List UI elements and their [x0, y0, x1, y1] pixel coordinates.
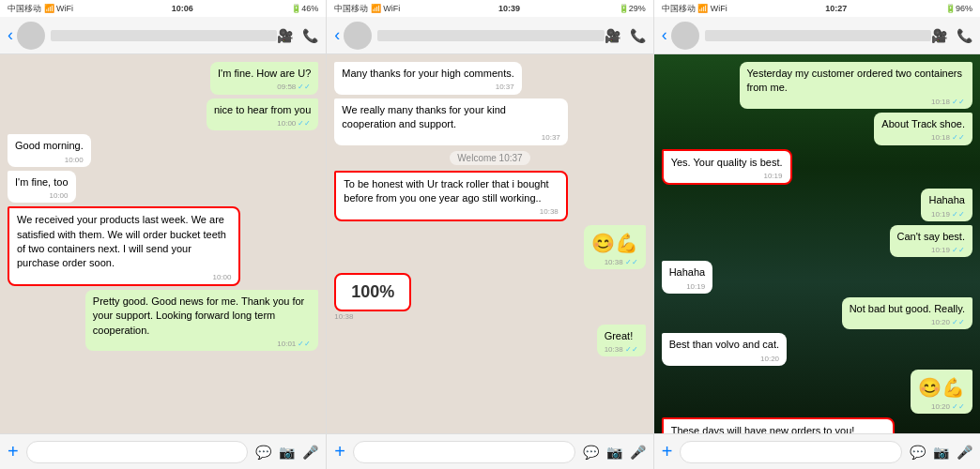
mic-icon[interactable]: 🎤	[302, 445, 318, 460]
read-receipt: ✓✓	[952, 317, 965, 327]
back-button[interactable]: ‹	[334, 25, 340, 45]
phone-panel-2: 中国移动 📶 WiFi 10:39 🔋29% ‹ 🎥 📞 Many thanks…	[327, 0, 653, 469]
message-row: Pretty good. Good news for me. Thank you…	[8, 290, 318, 351]
contact-avatar	[17, 22, 45, 50]
read-receipt: ✓✓	[952, 245, 965, 255]
plus-button[interactable]: +	[8, 441, 19, 462]
video-call-icon[interactable]: 🎥	[931, 28, 947, 43]
chat-header: ‹ 🎥 📞	[0, 17, 326, 54]
camera-icon[interactable]: 📷	[606, 445, 622, 460]
message-time: 10:19✓✓	[897, 245, 965, 255]
message-row: Great!10:38✓✓	[334, 325, 645, 357]
message-bubble: Pretty good. Good news for me. Thank you…	[85, 290, 318, 351]
chat-area: I'm fine. How are U?09:58✓✓nice to hear …	[0, 54, 326, 433]
message-row: Many thanks for your high comments.10:37	[334, 62, 645, 95]
phone-panel-3: 中国移动 📶 WiFi 10:27 🔋96% ‹ 🎥 📞 Yesterday m…	[654, 0, 980, 469]
back-button[interactable]: ‹	[8, 25, 13, 45]
message-row: We received your products last week. We …	[8, 206, 318, 286]
message-text: We really many thanks for your kind coop…	[342, 104, 506, 129]
message-text: These days will have new orders to you! …	[671, 425, 855, 433]
message-bubble: Not bad but good. Really.10:20✓✓	[842, 297, 972, 330]
message-row: Hahaha10:19✓✓	[662, 189, 972, 221]
time-value: 10:37	[542, 132, 560, 143]
message-text: I'm fine, too	[15, 176, 69, 188]
sticker-icon[interactable]: 💬	[255, 445, 271, 460]
message-time: 10:00	[17, 272, 231, 282]
back-button[interactable]: ‹	[662, 25, 667, 45]
message-text: Good morning.	[15, 140, 84, 151]
mic-icon[interactable]: 🎤	[957, 445, 972, 460]
mic-icon[interactable]: 🎤	[630, 445, 646, 460]
message-input[interactable]	[680, 441, 902, 463]
voice-call-icon[interactable]: 📞	[302, 28, 318, 43]
message-row: About Track shoe.10:18✓✓	[662, 113, 972, 145]
message-row: Can't say best.10:19✓✓	[662, 225, 972, 258]
video-call-icon[interactable]: 🎥	[605, 28, 620, 43]
voice-call-icon[interactable]: 📞	[630, 28, 646, 43]
time-value: 10:19	[686, 281, 705, 292]
phone-panel-1: 中国移动 📶 WiFi 10:06 🔋46% ‹ 🎥 📞 I'm fine. H…	[0, 0, 327, 469]
message-bubble: Hahaha10:19	[662, 261, 713, 294]
header-icons: 🎥 📞	[277, 28, 318, 43]
message-time: 10:00✓✓	[214, 118, 311, 129]
message-bubble: nice to hear from you10:00✓✓	[207, 98, 318, 131]
read-receipt: ✓✓	[952, 97, 965, 107]
message-row: 100%10:38	[334, 273, 645, 321]
message-bubble: To be honest with Ur track roller that i…	[334, 171, 567, 221]
plus-button[interactable]: +	[662, 441, 673, 462]
video-call-icon[interactable]: 🎥	[277, 28, 293, 43]
message-time: 10:38	[344, 206, 558, 217]
message-time: 10:37	[342, 82, 513, 92]
chat-area: Yesterday my customer ordered two contai…	[654, 54, 980, 433]
sticker-icon[interactable]: 💬	[583, 445, 599, 460]
contact-name	[705, 30, 931, 41]
battery-status: 🔋29%	[619, 4, 646, 13]
message-time: 10:01✓✓	[93, 339, 311, 349]
message-text: Yes. Your quality is best.	[671, 157, 783, 168]
message-text: Not bad but good. Really.	[850, 303, 965, 314]
message-bubble: We really many thanks for your kind coop…	[334, 98, 567, 145]
sticker-icon[interactable]: 💬	[910, 445, 926, 460]
status-time: 10:39	[498, 4, 520, 13]
camera-icon[interactable]: 📷	[933, 445, 949, 460]
message-row: I'm fine, too10:00	[8, 171, 318, 204]
carrier-signal: 中国移动 📶 WiFi	[334, 3, 400, 15]
message-row: To be honest with Ur track roller that i…	[334, 171, 645, 221]
message-text: About Track shoe.	[881, 118, 965, 129]
read-receipt: ✓✓	[952, 209, 965, 219]
read-receipt: ✓✓	[952, 401, 965, 412]
message-time: 10:18✓✓	[747, 97, 965, 107]
time-value: 10:19	[931, 209, 950, 219]
status-time: 10:27	[825, 4, 847, 13]
plus-button[interactable]: +	[334, 441, 345, 462]
message-text: Yesterday my customer ordered two contai…	[747, 68, 962, 93]
message-row: Hahaha10:19	[662, 261, 972, 294]
message-input[interactable]	[353, 441, 575, 463]
message-row: We really many thanks for your kind coop…	[334, 98, 645, 145]
time-value: 10:37	[496, 82, 514, 92]
message-time: 10:19	[669, 281, 706, 292]
message-text: Can't say best.	[897, 231, 965, 242]
contact-avatar	[671, 22, 699, 50]
read-receipt: ✓✓	[298, 339, 311, 349]
message-bubble: Many thanks for your high comments.10:37	[334, 62, 521, 95]
message-time: 10:18✓✓	[881, 132, 965, 143]
contact-avatar	[344, 22, 372, 50]
camera-icon[interactable]: 📷	[279, 445, 295, 460]
message-time: 10:00	[15, 155, 84, 165]
message-row: Good morning.10:00	[8, 134, 318, 167]
status-bar: 中国移动 📶 WiFi 10:06 🔋46%	[0, 0, 326, 17]
percentage-bubble: 100%	[334, 273, 411, 311]
message-row: 😊💪10:20✓✓	[662, 370, 972, 414]
message-input[interactable]	[26, 441, 249, 463]
message-text: nice to hear from you	[214, 104, 311, 115]
system-message: Welcome 10:37	[450, 151, 529, 165]
message-row: 😊💪10:38✓✓	[334, 225, 645, 269]
voice-call-icon[interactable]: 📞	[957, 28, 972, 43]
message-bubble: Great!10:38✓✓	[597, 325, 646, 357]
read-receipt: ✓✓	[625, 257, 638, 267]
time-value: 10:20	[931, 401, 950, 412]
message-bubble: About Track shoe.10:18✓✓	[874, 113, 972, 145]
time-value: 10:38	[605, 257, 623, 267]
message-bubble: We received your products last week. We …	[8, 206, 240, 286]
